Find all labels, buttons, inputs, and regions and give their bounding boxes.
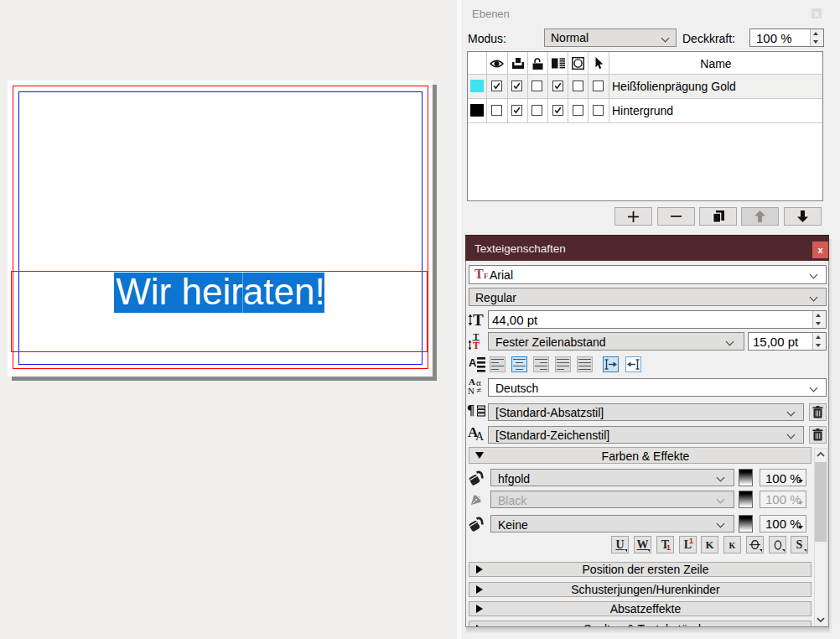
svg-text:A: A (469, 356, 477, 369)
svg-text:T: T (473, 340, 480, 351)
svg-text:T: T (473, 311, 484, 328)
